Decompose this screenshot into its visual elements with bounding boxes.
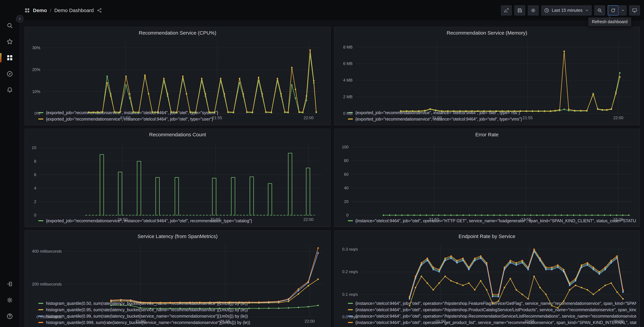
refresh-interval-dropdown[interactable] [619,5,626,15]
panel-title[interactable]: Recommendation Service (Memory) [338,29,636,36]
sidebar-item-search[interactable] [3,19,16,32]
svg-text:400 milliseconds: 400 milliseconds [32,249,62,254]
panel-title[interactable]: Endpoint Rate by Service [338,233,636,240]
svg-text:10%: 10% [32,89,40,94]
sidebar-item-alerting[interactable] [3,83,16,97]
panel-recommendation-memory: Recommendation Service (Memory) 0 MB2 MB… [334,27,640,125]
panel-recommendation-cpu: Recommendation Service (CPU%) 0%10%20%30… [24,27,330,125]
svg-text:0.2 req/s: 0.2 req/s [342,270,358,274]
svg-text:21:55: 21:55 [521,217,531,222]
time-series-chart[interactable]: 0%10%20%30%21:5021:5522:00 [28,37,327,109]
time-range-label: Last 15 minutes [552,8,582,13]
svg-text:20%: 20% [32,67,40,72]
sidebar-item-dashboards[interactable] [3,51,16,64]
svg-text:22:00: 22:00 [614,319,624,324]
svg-text:0 MB: 0 MB [343,111,352,116]
svg-text:10: 10 [32,145,36,150]
add-panel-icon [504,8,509,13]
svg-text:30%: 30% [32,46,40,50]
breadcrumb-section[interactable]: Demo [33,8,47,13]
refresh-dashboard-button[interactable] [608,5,618,15]
sidebar-item-sign-in[interactable] [3,277,16,291]
svg-text:22:00: 22:00 [303,217,314,222]
grafana-app: Demo / Demo Dashboard Last 15 minutes Re… [0,0,644,327]
breadcrumb-page[interactable]: Demo Dashboard [54,8,94,13]
dashboard-settings-button[interactable] [528,5,538,15]
panel-endpoint-rate: Endpoint Rate by Service 0.0 req/s0.1 re… [334,230,640,327]
gear-icon [6,297,13,304]
panel-error-rate: Error Rate 02040608010021:5021:5522:00 {… [334,128,640,227]
svg-text:0%: 0% [34,111,40,116]
sign-in-icon [6,281,13,288]
svg-text:22:00: 22:00 [304,319,314,324]
svg-text:0.1 req/s: 0.1 req/s [342,292,358,296]
time-series-chart[interactable]: 0 milliseconds200 milliseconds400 millis… [28,241,327,300]
svg-text:21:50: 21:50 [429,217,439,222]
panel-title[interactable]: Service Latency (from SpanMetrics) [28,233,327,240]
svg-text:22:00: 22:00 [613,116,623,120]
save-dashboard-button[interactable] [514,5,525,15]
svg-text:21:55: 21:55 [210,217,220,222]
svg-text:21:55: 21:55 [522,116,532,120]
chevron-down-icon [621,8,625,12]
panel-recommendations-count: Recommendations Count 024681021:5021:552… [24,128,330,227]
panel-title[interactable]: Recommendation Service (CPU%) [28,29,327,36]
expand-sidebar-button[interactable] [16,15,24,22]
panel-grid: Recommendation Service (CPU%) 0%10%20%30… [24,27,640,327]
time-series-chart[interactable]: 02040608010021:5021:5522:00 [338,139,636,217]
chevron-right-icon [18,17,22,21]
chart-canvas: 0 MB2 MB4 MB6 MB8 MB21:5021:5522:00 [338,37,636,122]
sidebar-item-help[interactable] [3,310,16,323]
refresh-icon [610,8,616,13]
sidebar-item-explore[interactable] [3,67,16,80]
svg-text:0: 0 [346,213,348,218]
panel-title[interactable]: Recommendations Count [28,131,327,138]
svg-text:80: 80 [344,158,348,163]
svg-text:2: 2 [34,200,36,204]
svg-text:21:50: 21:50 [118,217,128,222]
zoom-out-icon [597,8,602,13]
svg-text:21:55: 21:55 [524,319,534,324]
sidebar-nav [0,19,19,97]
breadcrumb: Demo / Demo Dashboard [24,8,102,13]
time-series-chart[interactable]: 0.0 req/s0.1 req/s0.2 req/s0.3 req/s21:5… [338,241,636,300]
time-range-picker[interactable]: Last 15 minutes [541,5,592,15]
sidebar [0,0,19,327]
svg-text:100: 100 [342,145,348,149]
zoom-out-time-range-button[interactable] [594,5,605,15]
svg-text:0.3 req/s: 0.3 req/s [342,247,358,252]
toolbar: Last 15 minutes Refresh dashboard [501,5,640,15]
sidebar-item-configuration[interactable] [3,294,16,307]
chevron-down-icon [585,8,589,12]
svg-text:6: 6 [34,172,36,177]
svg-text:2 MB: 2 MB [343,94,352,99]
svg-text:6 MB: 6 MB [343,61,352,66]
dashboards-grid-icon [6,54,13,61]
time-series-chart[interactable]: 024681021:5021:5522:00 [28,139,327,217]
refresh-tooltip: Refresh dashboard [588,17,631,26]
panel-service-latency: Service Latency (from SpanMetrics) 0 mil… [24,230,330,327]
svg-text:21:50: 21:50 [120,116,130,120]
chart-canvas: 024681021:5021:5522:00 [28,139,327,223]
chart-canvas: 02040608010021:5021:5522:00 [338,139,636,223]
svg-text:0: 0 [34,213,36,218]
svg-text:4: 4 [34,186,36,190]
grafana-logo[interactable] [4,5,14,15]
svg-text:4 MB: 4 MB [343,78,352,82]
clock-icon [544,8,549,13]
star-icon [6,38,13,45]
svg-text:40: 40 [344,186,348,190]
chart-canvas: 0 milliseconds200 milliseconds400 millis… [28,241,327,325]
svg-text:200 milliseconds: 200 milliseconds [32,282,62,286]
panel-title[interactable]: Error Rate [338,131,636,138]
chart-canvas: 0.0 req/s0.1 req/s0.2 req/s0.3 req/s21:5… [338,241,636,325]
add-panel-button[interactable] [501,5,512,15]
share-dashboard-icon[interactable] [97,8,102,13]
time-series-chart[interactable]: 0 MB2 MB4 MB6 MB8 MB21:5021:5522:00 [338,37,636,109]
sidebar-item-starred[interactable] [3,35,16,48]
cycle-view-mode-button[interactable] [629,5,640,15]
svg-text:60: 60 [344,172,348,176]
search-icon [6,22,13,29]
grafana-flame-icon [4,5,14,15]
dashboard-canvas: Recommendation Service (CPU%) 0%10%20%30… [19,20,644,327]
